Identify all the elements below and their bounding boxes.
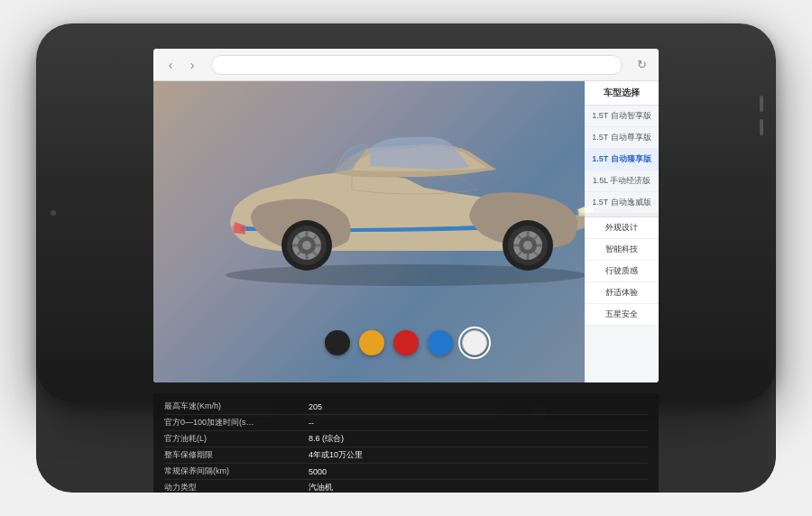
left-speaker <box>51 210 56 216</box>
menu-category-3[interactable]: 舒适体验 <box>585 282 659 304</box>
swatch-black[interactable] <box>325 330 350 355</box>
menu-item-4[interactable]: 1.5T 自动逸威版 <box>585 192 659 214</box>
spec-value-0: 205 <box>309 402 648 411</box>
content-area: 车型选择 1.5T 自动智享版 1.5T 自动尊享版 1.5T 自动臻享版 1.… <box>153 81 659 382</box>
spec-value-2: 8.6 (综合) <box>309 433 648 445</box>
menu-category-2[interactable]: 行驶质感 <box>585 261 659 282</box>
swatch-white[interactable] <box>462 330 487 355</box>
spec-value-3: 4年或10万公里 <box>309 449 648 461</box>
back-button[interactable]: ‹ <box>162 57 179 73</box>
spec-label-4: 常规保养间隔(km) <box>164 465 309 477</box>
reload-button[interactable]: ↻ <box>633 57 650 73</box>
spec-label-0: 最高车速(Km/h) <box>164 401 309 412</box>
spec-row-0: 最高车速(Km/h) 205 <box>164 399 648 415</box>
forward-button[interactable]: › <box>184 57 200 73</box>
spec-value-5: 汽油机 <box>309 482 648 493</box>
spec-row-5: 动力类型 汽油机 <box>164 480 648 493</box>
swatch-gold[interactable] <box>359 330 384 355</box>
color-swatches <box>325 330 487 355</box>
spec-row-3: 整车保修期限 4年或10万公里 <box>164 447 648 464</box>
spec-label-3: 整车保修期限 <box>164 449 309 461</box>
side-buttons <box>760 96 763 135</box>
spec-table: 最高车速(Km/h) 205 官方0—100加速时间(s… -- 官方油耗(L)… <box>153 393 659 493</box>
spec-value-4: 5000 <box>309 467 648 476</box>
phone-screen: ‹ › ↻ <box>153 49 659 382</box>
swatch-blue[interactable] <box>428 330 453 355</box>
svg-point-20 <box>302 241 311 250</box>
menu-category-1[interactable]: 智能科技 <box>585 239 659 261</box>
spec-row-4: 常规保养间隔(km) 5000 <box>164 464 648 480</box>
spec-label-5: 动力类型 <box>164 482 309 493</box>
spec-value-1: -- <box>309 419 648 428</box>
phone-shell: ‹ › ↻ <box>36 23 776 493</box>
car-display <box>153 81 659 316</box>
spec-table-overlay: 最高车速(Km/h) 205 官方0—100加速时间(s… -- 官方油耗(L)… <box>153 393 659 493</box>
phone-body: ‹ › ↻ <box>36 23 776 402</box>
menu-category-4[interactable]: 五星安全 <box>585 304 659 326</box>
spec-row-1: 官方0—100加速时间(s… -- <box>164 415 648 431</box>
spec-label-1: 官方0—100加速时间(s… <box>164 417 309 428</box>
svg-point-2 <box>231 225 242 232</box>
car-image <box>189 99 623 298</box>
spec-label-2: 官方油耗(L) <box>164 433 309 445</box>
browser-chrome: ‹ › ↻ <box>153 49 659 81</box>
address-bar[interactable] <box>211 55 623 75</box>
menu-item-3[interactable]: 1.5L 手动经济版 <box>585 170 659 192</box>
menu-item-0[interactable]: 1.5T 自动智享版 <box>585 106 659 127</box>
spec-row-2: 官方油耗(L) 8.6 (综合) <box>164 431 648 447</box>
menu-category-0[interactable]: 外观设计 <box>585 217 659 239</box>
menu-header: 车型选择 <box>585 81 659 106</box>
svg-point-7 <box>523 241 532 250</box>
side-menu: 车型选择 1.5T 自动智享版 1.5T 自动尊享版 1.5T 自动臻享版 1.… <box>585 81 659 382</box>
menu-item-1[interactable]: 1.5T 自动尊享版 <box>585 127 659 149</box>
menu-item-2[interactable]: 1.5T 自动臻享版 <box>585 149 659 170</box>
swatch-red[interactable] <box>393 330 419 355</box>
